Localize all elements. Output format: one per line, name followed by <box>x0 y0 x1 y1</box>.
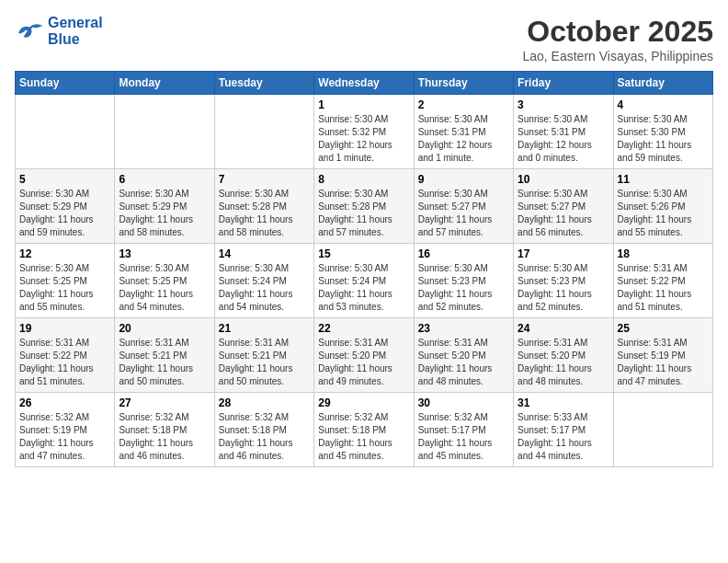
day-info: Sunrise: 5:31 AMSunset: 5:20 PMDaylight:… <box>318 337 409 388</box>
day-cell: 13Sunrise: 5:30 AMSunset: 5:25 PMDayligh… <box>115 244 214 318</box>
day-number: 25 <box>618 322 709 335</box>
day-cell: 14Sunrise: 5:30 AMSunset: 5:24 PMDayligh… <box>214 244 313 318</box>
day-cell: 28Sunrise: 5:32 AMSunset: 5:18 PMDayligh… <box>214 393 313 467</box>
day-number: 10 <box>518 173 609 186</box>
weekday-monday: Monday <box>115 72 214 95</box>
day-info: Sunrise: 5:30 AMSunset: 5:29 PMDaylight:… <box>19 188 110 239</box>
day-number: 26 <box>19 396 110 409</box>
day-cell: 15Sunrise: 5:30 AMSunset: 5:24 PMDayligh… <box>314 244 414 318</box>
day-info: Sunrise: 5:33 AMSunset: 5:17 PMDaylight:… <box>518 411 609 463</box>
day-info: Sunrise: 5:32 AMSunset: 5:18 PMDaylight:… <box>219 411 310 463</box>
day-info: Sunrise: 5:30 AMSunset: 5:26 PMDaylight:… <box>618 188 709 239</box>
day-number: 27 <box>119 396 210 409</box>
day-cell: 8Sunrise: 5:30 AMSunset: 5:28 PMDaylight… <box>314 169 414 244</box>
day-info: Sunrise: 5:30 AMSunset: 5:28 PMDaylight:… <box>318 188 409 239</box>
calendar-body: 1Sunrise: 5:30 AMSunset: 5:32 PMDaylight… <box>16 95 713 467</box>
day-info: Sunrise: 5:30 AMSunset: 5:27 PMDaylight:… <box>418 188 509 239</box>
day-cell: 3Sunrise: 5:30 AMSunset: 5:31 PMDaylight… <box>514 95 613 169</box>
day-cell: 25Sunrise: 5:31 AMSunset: 5:19 PMDayligh… <box>613 318 712 393</box>
weekday-thursday: Thursday <box>414 72 513 95</box>
day-number: 6 <box>119 173 210 186</box>
day-info: Sunrise: 5:30 AMSunset: 5:24 PMDaylight:… <box>318 262 409 314</box>
day-cell: 27Sunrise: 5:32 AMSunset: 5:18 PMDayligh… <box>115 393 214 467</box>
day-cell: 18Sunrise: 5:31 AMSunset: 5:22 PMDayligh… <box>613 244 712 318</box>
calendar-table: SundayMondayTuesdayWednesdayThursdayFrid… <box>15 71 713 467</box>
day-info: Sunrise: 5:30 AMSunset: 5:23 PMDaylight:… <box>418 262 509 314</box>
day-cell: 23Sunrise: 5:31 AMSunset: 5:20 PMDayligh… <box>414 318 513 393</box>
month-title: October 2025 <box>522 15 713 49</box>
day-number: 19 <box>19 322 110 335</box>
day-info: Sunrise: 5:30 AMSunset: 5:23 PMDaylight:… <box>518 262 609 314</box>
day-number: 8 <box>318 173 409 186</box>
day-info: Sunrise: 5:32 AMSunset: 5:17 PMDaylight:… <box>418 411 509 463</box>
day-cell <box>214 95 313 169</box>
weekday-tuesday: Tuesday <box>214 72 313 95</box>
day-number: 22 <box>318 322 409 335</box>
weekday-friday: Friday <box>514 72 613 95</box>
day-info: Sunrise: 5:32 AMSunset: 5:18 PMDaylight:… <box>119 411 210 463</box>
week-row-4: 19Sunrise: 5:31 AMSunset: 5:22 PMDayligh… <box>16 318 713 393</box>
day-number: 15 <box>318 247 409 260</box>
day-cell <box>16 95 115 169</box>
day-number: 4 <box>618 98 709 111</box>
day-cell: 1Sunrise: 5:30 AMSunset: 5:32 PMDaylight… <box>314 95 414 169</box>
day-number: 18 <box>618 247 709 260</box>
day-cell: 5Sunrise: 5:30 AMSunset: 5:29 PMDaylight… <box>16 169 115 244</box>
logo-text: General Blue <box>48 15 103 49</box>
day-info: Sunrise: 5:30 AMSunset: 5:30 PMDaylight:… <box>618 113 709 165</box>
day-info: Sunrise: 5:30 AMSunset: 5:25 PMDaylight:… <box>19 262 110 314</box>
day-info: Sunrise: 5:30 AMSunset: 5:29 PMDaylight:… <box>119 188 210 239</box>
day-info: Sunrise: 5:32 AMSunset: 5:18 PMDaylight:… <box>318 411 409 463</box>
day-cell: 2Sunrise: 5:30 AMSunset: 5:31 PMDaylight… <box>414 95 513 169</box>
day-number: 20 <box>119 322 210 335</box>
logo: General Blue <box>15 15 103 49</box>
day-cell: 21Sunrise: 5:31 AMSunset: 5:21 PMDayligh… <box>214 318 313 393</box>
day-cell <box>613 393 712 467</box>
day-info: Sunrise: 5:30 AMSunset: 5:24 PMDaylight:… <box>219 262 310 314</box>
day-cell: 20Sunrise: 5:31 AMSunset: 5:21 PMDayligh… <box>115 318 214 393</box>
day-cell: 6Sunrise: 5:30 AMSunset: 5:29 PMDaylight… <box>115 169 214 244</box>
day-cell: 17Sunrise: 5:30 AMSunset: 5:23 PMDayligh… <box>514 244 613 318</box>
day-number: 17 <box>518 247 609 260</box>
weekday-wednesday: Wednesday <box>314 72 414 95</box>
week-row-1: 1Sunrise: 5:30 AMSunset: 5:32 PMDaylight… <box>16 95 713 169</box>
day-number: 31 <box>518 396 609 409</box>
day-number: 9 <box>418 173 509 186</box>
day-cell: 7Sunrise: 5:30 AMSunset: 5:28 PMDaylight… <box>214 169 313 244</box>
day-info: Sunrise: 5:31 AMSunset: 5:20 PMDaylight:… <box>518 337 609 388</box>
title-block: October 2025 Lao, Eastern Visayas, Phili… <box>522 15 713 63</box>
day-info: Sunrise: 5:30 AMSunset: 5:32 PMDaylight:… <box>318 113 409 165</box>
day-number: 13 <box>119 247 210 260</box>
logo-icon <box>15 18 44 44</box>
weekday-saturday: Saturday <box>613 72 712 95</box>
day-cell: 11Sunrise: 5:30 AMSunset: 5:26 PMDayligh… <box>613 169 712 244</box>
day-number: 23 <box>418 322 509 335</box>
day-number: 21 <box>219 322 310 335</box>
day-info: Sunrise: 5:30 AMSunset: 5:31 PMDaylight:… <box>418 113 509 165</box>
day-cell <box>115 95 214 169</box>
page-header: General Blue October 2025 Lao, Eastern V… <box>15 15 713 63</box>
day-info: Sunrise: 5:30 AMSunset: 5:28 PMDaylight:… <box>219 188 310 239</box>
day-number: 16 <box>418 247 509 260</box>
day-number: 30 <box>418 396 509 409</box>
day-info: Sunrise: 5:31 AMSunset: 5:22 PMDaylight:… <box>618 262 709 314</box>
day-info: Sunrise: 5:30 AMSunset: 5:25 PMDaylight:… <box>119 262 210 314</box>
calendar-header: SundayMondayTuesdayWednesdayThursdayFrid… <box>16 72 713 95</box>
day-cell: 31Sunrise: 5:33 AMSunset: 5:17 PMDayligh… <box>514 393 613 467</box>
day-cell: 22Sunrise: 5:31 AMSunset: 5:20 PMDayligh… <box>314 318 414 393</box>
day-cell: 19Sunrise: 5:31 AMSunset: 5:22 PMDayligh… <box>16 318 115 393</box>
day-cell: 29Sunrise: 5:32 AMSunset: 5:18 PMDayligh… <box>314 393 414 467</box>
day-cell: 4Sunrise: 5:30 AMSunset: 5:30 PMDaylight… <box>613 95 712 169</box>
day-number: 11 <box>618 173 709 186</box>
day-info: Sunrise: 5:31 AMSunset: 5:20 PMDaylight:… <box>418 337 509 388</box>
day-number: 29 <box>318 396 409 409</box>
day-number: 1 <box>318 98 409 111</box>
day-info: Sunrise: 5:30 AMSunset: 5:31 PMDaylight:… <box>518 113 609 165</box>
day-cell: 16Sunrise: 5:30 AMSunset: 5:23 PMDayligh… <box>414 244 513 318</box>
day-cell: 30Sunrise: 5:32 AMSunset: 5:17 PMDayligh… <box>414 393 513 467</box>
day-cell: 9Sunrise: 5:30 AMSunset: 5:27 PMDaylight… <box>414 169 513 244</box>
location-title: Lao, Eastern Visayas, Philippines <box>522 49 713 63</box>
day-info: Sunrise: 5:32 AMSunset: 5:19 PMDaylight:… <box>19 411 110 463</box>
day-info: Sunrise: 5:31 AMSunset: 5:21 PMDaylight:… <box>119 337 210 388</box>
day-number: 3 <box>518 98 609 111</box>
